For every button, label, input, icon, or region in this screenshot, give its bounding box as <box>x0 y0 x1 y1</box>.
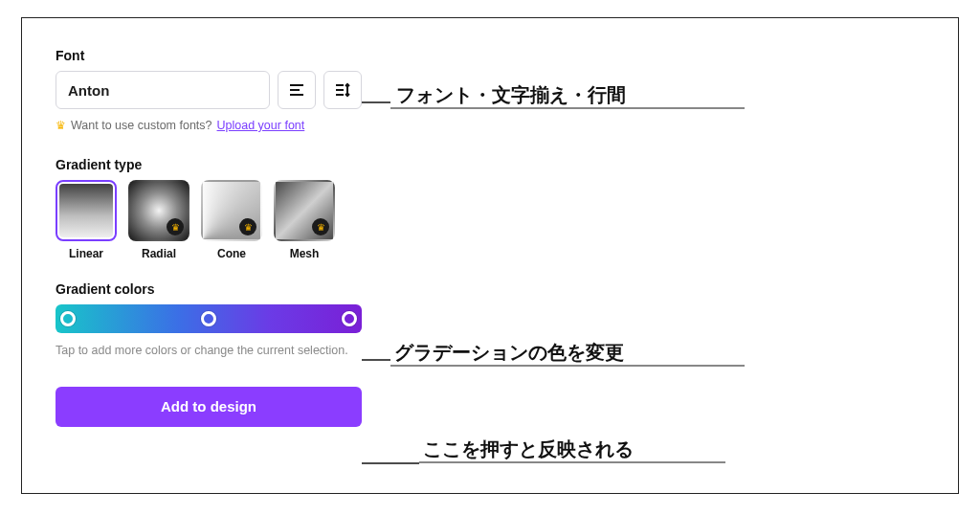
gradient-type-label: Gradient type <box>56 157 362 172</box>
custom-font-row: ♛ Want to use custom fonts? Upload your … <box>56 119 362 132</box>
line-height-button[interactable] <box>323 71 362 109</box>
annotation-apply: ここを押すと反映される <box>423 437 634 462</box>
line-height-icon <box>334 81 351 99</box>
annotation-line <box>362 358 390 362</box>
text-align-button[interactable] <box>278 71 316 109</box>
annotation-colors: グラデーションの色を変更 <box>394 340 624 366</box>
gradient-type-label-text: Linear <box>69 247 103 260</box>
upload-font-link[interactable]: Upload your font <box>217 119 305 132</box>
gradient-type-radial[interactable]: ♛ Radial <box>128 180 189 260</box>
add-to-design-button[interactable]: Add to design <box>56 387 362 427</box>
crown-icon: ♛ <box>312 218 329 235</box>
gradient-hint: Tap to add more colors or change the cur… <box>56 343 362 360</box>
gradient-type-label-text: Mesh <box>290 247 320 260</box>
font-section-label: Font <box>56 48 362 63</box>
gradient-type-label-text: Cone <box>217 247 246 260</box>
gradient-preview-cone: ♛ <box>201 180 262 241</box>
annotation-line <box>362 101 390 104</box>
annotation-font: フォント・文字揃え・行間 <box>396 82 626 108</box>
gradient-type-cone[interactable]: ♛ Cone <box>201 180 262 260</box>
gradient-colors-label: Gradient colors <box>56 281 362 297</box>
gradient-preview-linear <box>56 180 117 241</box>
annotation-underline <box>390 365 745 367</box>
crown-icon: ♛ <box>56 119 66 132</box>
gradient-type-mesh[interactable]: ♛ Mesh <box>274 180 335 260</box>
font-dropdown[interactable]: Anton <box>56 71 270 109</box>
font-selected-name: Anton <box>68 82 109 99</box>
gradient-panel: Font Anton ♛ Want to use custom font <box>56 48 362 427</box>
gradient-stop-2[interactable] <box>201 311 216 326</box>
custom-font-text: Want to use custom fonts? <box>71 119 212 132</box>
gradient-color-strip[interactable] <box>56 304 362 333</box>
align-left-icon <box>288 81 305 99</box>
gradient-colors-section: Gradient colors Tap to add more colors o… <box>56 281 362 360</box>
annotation-underline <box>419 461 725 463</box>
gradient-type-label-text: Radial <box>142 247 176 260</box>
gradient-type-linear[interactable]: Linear <box>56 180 117 260</box>
gradient-stop-1[interactable] <box>60 311 76 326</box>
annotation-underline <box>390 107 745 109</box>
gradient-stop-3[interactable] <box>342 311 357 326</box>
gradient-preview-radial: ♛ <box>128 180 189 241</box>
crown-icon: ♛ <box>167 218 184 235</box>
gradient-preview-mesh: ♛ <box>274 180 335 241</box>
crown-icon: ♛ <box>239 218 256 235</box>
font-controls-row: Anton <box>56 71 362 109</box>
gradient-type-list: Linear ♛ Radial ♛ Cone ♛ Mesh <box>56 180 362 260</box>
annotation-line <box>362 461 419 465</box>
